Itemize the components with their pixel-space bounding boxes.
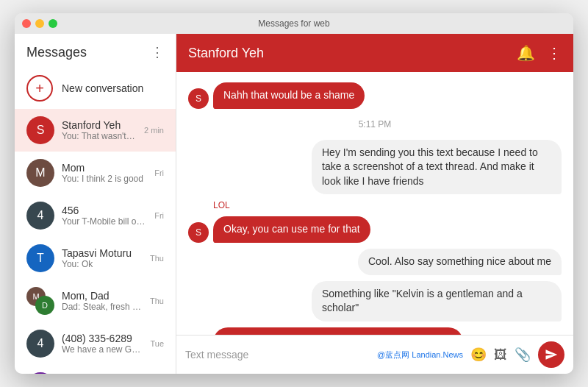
avatar: SH: [26, 372, 54, 374]
window-title: Messages for web: [258, 18, 329, 29]
maximize-button[interactable]: [49, 19, 57, 28]
conv-info: Stanford Yeh You: That wasn't actually n…: [62, 119, 137, 141]
conv-info: 456 Your T-Mobile bill of $128.00...: [62, 205, 147, 227]
avatar: S: [26, 116, 54, 144]
conv-preview: Your T-Mobile bill of $128.00...: [62, 216, 147, 227]
message-row: Hey I'm sending you this text because I …: [188, 140, 562, 195]
message-row: Kelvin you are a good friend and travel …: [188, 327, 562, 335]
conv-preview: Dad: Steak, fresh corn, Frenc...: [62, 302, 143, 312]
chat-contact-name: Stanford Yeh: [188, 46, 264, 61]
send-button[interactable]: [538, 341, 564, 368]
chat-area: Stanford Yeh 🔔 ⋮ S Nahh that would be a …: [176, 34, 573, 374]
app-body: Messages ⋮ + New conversation S Stanford…: [15, 34, 573, 374]
conv-item-shian[interactable]: SH Shian Hong You: How did I get here fi…: [15, 365, 176, 374]
msg-avatar: S: [188, 222, 209, 243]
title-bar: Messages for web: [15, 13, 573, 34]
conv-info: (408) 335-6289 We have a new GLG project…: [62, 333, 143, 355]
chat-messages: S Nahh that would be a shame 5:11 PM Hey…: [176, 72, 573, 335]
watermark: @蓝点网 Landian.News: [377, 349, 463, 361]
time-separator: 5:11 PM: [188, 119, 562, 129]
app-window: Messages for web Messages ⋮ + New conver…: [15, 13, 573, 374]
message-row: Something like "Kelvin is a gentleman an…: [188, 281, 562, 322]
message-row: S Okay, you can use me for that: [188, 216, 562, 243]
attach-icon[interactable]: 📎: [514, 347, 531, 363]
conv-name: Stanford Yeh: [62, 119, 137, 131]
conv-item-mom-dad[interactable]: M D Mom, Dad Dad: Steak, fresh corn, Fre…: [15, 280, 176, 322]
conv-item-456[interactable]: 4 456 Your T-Mobile bill of $128.00... F…: [15, 194, 176, 237]
conv-item-tapasvi[interactable]: T Tapasvi Moturu You: Ok Thu: [15, 237, 176, 280]
new-conv-icon: +: [26, 75, 53, 102]
message-bubble: Okay, you can use me for that: [213, 216, 370, 243]
avatar: M: [26, 159, 54, 187]
notifications-icon[interactable]: 🔔: [517, 44, 535, 62]
sidebar: Messages ⋮ + New conversation S Stanford…: [15, 34, 176, 374]
new-conversation-button[interactable]: + New conversation: [15, 68, 176, 109]
conv-item-mom[interactable]: M Mom You: I think 2 is good Fri: [15, 152, 176, 194]
avatar: T: [26, 244, 54, 272]
conv-item-408[interactable]: 4 (408) 335-6289 We have a new GLG proje…: [15, 322, 176, 365]
avatar-multi: M D: [26, 287, 54, 315]
conv-preview: You: Ok: [62, 259, 143, 269]
conv-time: Fri: [154, 211, 164, 220]
msg-avatar: S: [188, 88, 209, 109]
avatar: 4: [26, 202, 54, 230]
avatar: 4: [26, 330, 54, 358]
sidebar-more-icon[interactable]: ⋮: [151, 44, 164, 60]
close-button[interactable]: [22, 19, 31, 28]
chat-header: Stanford Yeh 🔔 ⋮: [176, 34, 573, 72]
conv-name: Mom: [62, 162, 147, 174]
message-bubble: Cool. Also say something nice about me: [358, 249, 562, 275]
conv-time: Thu: [150, 254, 164, 263]
chat-input-area: @蓝点网 Landian.News 😊 🖼 📎: [176, 335, 573, 374]
conv-info: Tapasvi Moturu You: Ok: [62, 247, 143, 269]
conv-item-stanford-yeh[interactable]: S Stanford Yeh You: That wasn't actually…: [15, 109, 176, 152]
chat-header-icons: 🔔 ⋮: [517, 44, 562, 62]
message-row: Cool. Also say something nice about me: [188, 249, 562, 275]
conv-info: Mom You: I think 2 is good: [62, 162, 147, 184]
message-label: LOL: [213, 200, 562, 210]
conv-time: Tue: [150, 339, 164, 348]
conv-preview: You: That wasn't actually nec...: [62, 131, 137, 141]
minimize-button[interactable]: [35, 19, 44, 28]
message-row: S Nahh that would be a shame: [188, 82, 562, 109]
emoji-icon[interactable]: 😊: [470, 347, 487, 363]
conv-name: Tapasvi Moturu: [62, 247, 143, 259]
sidebar-header: Messages ⋮: [15, 34, 176, 68]
conv-name: 456: [62, 205, 147, 216]
conv-name: (408) 335-6289: [62, 333, 143, 344]
message-bubble: Nahh that would be a shame: [213, 82, 365, 109]
chat-more-icon[interactable]: ⋮: [547, 44, 562, 62]
conv-time: Thu: [150, 297, 164, 305]
conv-info: Mom, Dad Dad: Steak, fresh corn, Frenc..…: [62, 290, 143, 312]
window-controls: [22, 19, 57, 28]
message-bubble: Hey I'm sending you this text because I …: [312, 140, 562, 195]
conversation-list: S Stanford Yeh You: That wasn't actually…: [15, 109, 176, 374]
sidebar-title: Messages: [26, 45, 87, 60]
new-conv-label: New conversation: [62, 82, 143, 94]
conv-preview: We have a new GLG project ...: [62, 344, 143, 355]
conv-time: Fri: [154, 168, 164, 177]
conv-preview: You: I think 2 is good: [62, 174, 147, 184]
message-bubble: Kelvin you are a good friend and travel …: [213, 327, 463, 335]
image-icon[interactable]: 🖼: [494, 347, 507, 363]
message-input[interactable]: [185, 349, 370, 361]
conv-name: Mom, Dad: [62, 290, 143, 302]
message-bubble: Something like "Kelvin is a gentleman an…: [312, 281, 562, 322]
conv-time: 2 min: [144, 126, 164, 135]
